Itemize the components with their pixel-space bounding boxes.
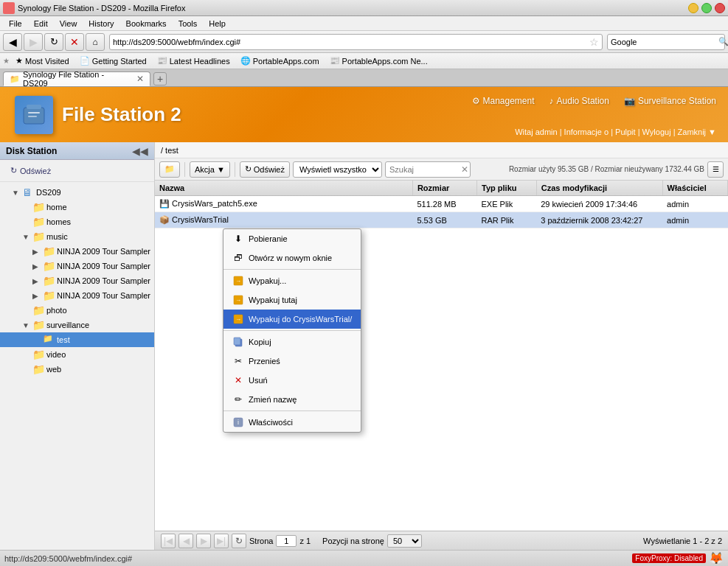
- ctx-open-new-window[interactable]: 🗗 Otwórz w nowym oknie: [223, 248, 361, 268]
- toolbar-sep-1: [184, 162, 185, 177]
- breadcrumb: / test: [155, 142, 728, 158]
- forward-button[interactable]: ▶: [24, 33, 43, 51]
- audio-station-link[interactable]: ♪ Audio Station: [550, 96, 609, 106]
- bookmark-portableapps-ne[interactable]: 📰 PortableApps.com Ne...: [325, 55, 432, 67]
- browser-search-button[interactable]: 🔍: [715, 37, 728, 46]
- bookmark-getting-started[interactable]: 📄 Getting Started: [75, 55, 151, 67]
- col-owner[interactable]: Właściciel: [662, 181, 727, 196]
- sidebar-item-ninja3[interactable]: ▶ 📁 NINJA 2009 Tour Sampler: [0, 273, 154, 288]
- sidebar-refresh-button[interactable]: ↻ Odśwież: [4, 163, 150, 178]
- ninja2-icon: 📁: [43, 260, 55, 272]
- view-select[interactable]: Wyświetl wszystko: [293, 161, 382, 178]
- refresh-button[interactable]: ↻ Odśwież: [240, 161, 290, 178]
- menu-edit[interactable]: Edit: [28, 18, 54, 29]
- bookmark-star[interactable]: ☆: [586, 36, 602, 48]
- sidebar-item-ds209[interactable]: ▼ 🖥 DS209: [0, 185, 154, 200]
- ctx-properties[interactable]: i Właściwości: [223, 413, 361, 432]
- svg-rect-2: [28, 112, 40, 113]
- browser-toolbar: ◀ ▶ ↻ ✕ ⌂ ☆ 🔍: [0, 31, 728, 53]
- home-button[interactable]: ⌂: [86, 33, 105, 51]
- search-input[interactable]: [387, 164, 461, 175]
- surveillance-icon: 📷: [624, 96, 635, 106]
- stop-button[interactable]: ✕: [65, 33, 84, 51]
- expand-surveillance-icon: ▼: [22, 321, 32, 329]
- tab-filestation[interactable]: 📁 Synology File Station - DS209 ✕: [3, 71, 150, 86]
- reload-button[interactable]: ↻: [44, 33, 63, 51]
- table-row[interactable]: 📦 CrysisWarsTrial 5.53 GB RAR Plik 3 paź…: [155, 212, 728, 228]
- next-page-button[interactable]: ▶: [196, 534, 211, 548]
- back-button[interactable]: ◀: [3, 33, 22, 51]
- new-tab-button[interactable]: +: [153, 72, 167, 85]
- ctx-copy[interactable]: Kopiuj: [223, 332, 361, 352]
- close-btn[interactable]: [715, 3, 725, 13]
- foxyproxy-badge[interactable]: FoxyProxy: Disabled: [632, 553, 706, 563]
- menu-tools[interactable]: Tools: [173, 18, 204, 29]
- ctx-extract-here[interactable]: → Wypakuj tutaj: [223, 290, 361, 310]
- ctx-rename[interactable]: ✏ Zmień nazwę: [223, 390, 361, 409]
- table-row[interactable]: 💾 CrysisWars_patch5.exe 511.28 MB EXE Pl…: [155, 196, 728, 212]
- maximize-btn[interactable]: [701, 3, 712, 13]
- home-icon: 📁: [32, 201, 44, 213]
- expand-ninja4-icon: ▶: [32, 292, 43, 300]
- ctx-download[interactable]: ⬇ Pobieranie: [223, 229, 361, 248]
- ctx-move[interactable]: ✂ Przenieś: [223, 352, 361, 371]
- col-size[interactable]: Rozmiar: [412, 181, 476, 196]
- sidebar-item-ninja4[interactable]: ▶ 📁 NINJA 2009 Tour Sampler: [0, 288, 154, 303]
- expand-music-icon: ▼: [22, 233, 32, 241]
- sidebar-item-music[interactable]: ▼ 📁 music: [0, 229, 154, 244]
- expand-photo-icon: [22, 307, 32, 315]
- search-box: ✕: [385, 161, 471, 178]
- sidebar-item-web[interactable]: 📁 web: [0, 362, 154, 377]
- action-button[interactable]: Akcja ▼: [190, 161, 230, 178]
- surveillance-station-link[interactable]: 📷 Surveillance Station: [624, 96, 716, 106]
- new-folder-button[interactable]: 📁: [159, 161, 180, 178]
- page-number-input[interactable]: [276, 535, 297, 547]
- tab-close-button[interactable]: ✕: [136, 74, 144, 84]
- list-view-button[interactable]: ☰: [707, 161, 724, 178]
- expand-ds209-icon: ▼: [12, 189, 22, 197]
- per-page-select[interactable]: 50 25 100: [387, 534, 422, 548]
- sidebar-collapse-button[interactable]: ◀◀: [132, 145, 148, 157]
- first-page-button[interactable]: |◀: [161, 534, 176, 548]
- photo-icon: 📁: [32, 304, 44, 316]
- col-type[interactable]: Typ pliku: [477, 181, 537, 196]
- sidebar-item-video[interactable]: 📁 video: [0, 347, 154, 362]
- sidebar-item-surveillance[interactable]: ▼ 📁 surveillance: [0, 318, 154, 332]
- sidebar-item-test[interactable]: 📁 test: [0, 332, 154, 347]
- menu-help[interactable]: Help: [203, 18, 232, 29]
- menu-file[interactable]: File: [3, 18, 28, 29]
- address-input[interactable]: [110, 36, 586, 48]
- menu-view[interactable]: View: [54, 18, 83, 29]
- bookmark-most-visited[interactable]: ★ Most Visited: [11, 55, 74, 67]
- bookmark-portableapps[interactable]: 🌐 PortableApps.com: [236, 55, 324, 67]
- sidebar-item-photo[interactable]: 📁 photo: [0, 303, 154, 318]
- extract-to-icon: →: [232, 313, 244, 325]
- col-name[interactable]: Nazwa: [155, 181, 412, 196]
- browser-title: Synology File Station - DS209 - Mozilla …: [18, 4, 185, 13]
- bookmark-latest-headlines[interactable]: 📰 Latest Headlines: [153, 55, 235, 67]
- extract-here-icon: →: [232, 294, 244, 306]
- sidebar-item-ninja2[interactable]: ▶ 📁 NINJA 2009 Tour Sampler: [0, 259, 154, 273]
- portableapps-icon: 🌐: [240, 56, 251, 66]
- col-modified[interactable]: Czas modyfikacji: [536, 181, 662, 196]
- minimize-btn[interactable]: [688, 3, 698, 13]
- management-link[interactable]: ⚙ Management: [472, 96, 535, 106]
- prev-page-button[interactable]: ◀: [178, 534, 193, 548]
- bookmarks-bar: ★ ★ Most Visited 📄 Getting Started 📰 Lat…: [0, 53, 728, 69]
- menu-bookmarks[interactable]: Bookmarks: [120, 18, 173, 29]
- display-info: Wyświetlanie 1 - 2 z 2: [643, 537, 722, 545]
- menu-history[interactable]: History: [83, 18, 119, 29]
- browser-search-input[interactable]: [608, 36, 715, 48]
- tab-favicon: 📁: [10, 74, 20, 84]
- search-clear-button[interactable]: ✕: [461, 164, 468, 175]
- last-page-button[interactable]: ▶|: [214, 534, 229, 548]
- sidebar-item-homes[interactable]: 📁 homes: [0, 214, 154, 229]
- expand-ninja1-icon: ▶: [32, 248, 43, 256]
- sidebar-item-ninja1[interactable]: ▶ 📁 NINJA 2009 Tour Sampler: [0, 244, 154, 259]
- foxyproxy-icon: 🦊: [709, 551, 724, 565]
- ctx-delete[interactable]: ✕ Usuń: [223, 371, 361, 390]
- page-refresh-button[interactable]: ↻: [232, 534, 246, 548]
- ctx-extract-to[interactable]: → Wypakuj do CrysisWarsTrial/: [223, 310, 361, 329]
- ctx-extract[interactable]: → Wypakuj...: [223, 271, 361, 290]
- sidebar-item-home[interactable]: 📁 home: [0, 200, 154, 214]
